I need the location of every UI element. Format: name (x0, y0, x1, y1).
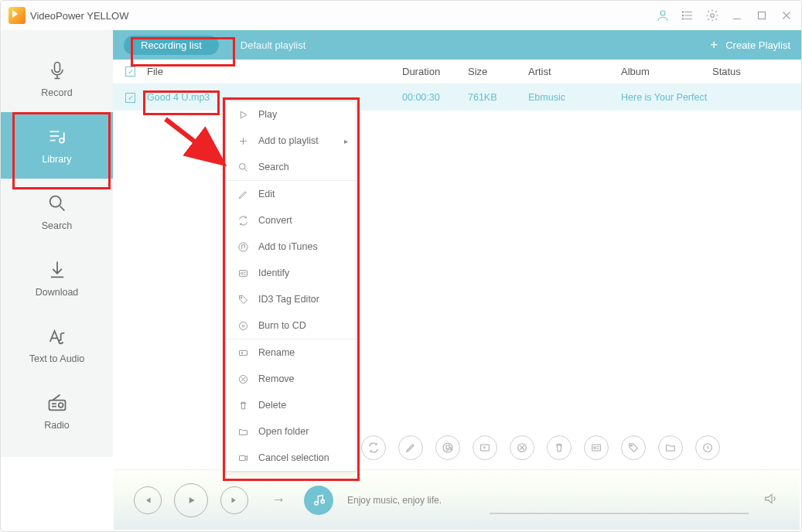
row-checkbox[interactable]: ✓ (125, 93, 135, 103)
menu-label: Edit (258, 189, 275, 200)
search-icon (237, 161, 249, 173)
cell-album: Here is Your Perfect (621, 92, 712, 103)
menu-cancel-selection[interactable]: Cancel selection (226, 445, 356, 471)
menu-add-to-itunes[interactable]: Add to iTunes (226, 234, 356, 260)
menu-add-to-playlist[interactable]: Add to playlist ▸ (226, 128, 356, 154)
convert-icon (237, 214, 249, 227)
menu-label: Rename (258, 347, 295, 358)
svg-point-43 (241, 272, 243, 275)
progress-bar[interactable] (490, 513, 749, 514)
library-icon (46, 126, 68, 148)
tool-delete-icon[interactable] (547, 435, 572, 460)
menu-label: Open folder (258, 426, 309, 437)
svg-point-0 (660, 11, 665, 15)
minimize-button[interactable] (730, 9, 744, 22)
tool-edit-icon[interactable] (398, 435, 423, 460)
account-icon[interactable] (656, 9, 670, 22)
table-row[interactable]: ✓ Good 4 U.mp3 00:00:30 761KB Ebmusic He… (113, 84, 801, 111)
svg-point-7 (711, 14, 715, 18)
sidebar-item-library[interactable]: Library (1, 112, 113, 179)
volume-icon[interactable] (763, 490, 780, 510)
sidebar-item-search[interactable]: Search (1, 179, 113, 245)
sidebar-label: Library (42, 154, 71, 165)
col-file[interactable]: File (147, 66, 402, 77)
delete-icon (237, 399, 249, 411)
col-album[interactable]: Album (621, 66, 712, 77)
create-playlist-label: Create Playlist (725, 39, 790, 51)
menu-label: Cancel selection (258, 452, 329, 463)
remove-icon (237, 373, 249, 385)
sidebar-label: Text to Audio (29, 353, 85, 364)
menu-search[interactable]: Search (226, 154, 356, 180)
submenu-arrow-icon: ▸ (344, 137, 348, 145)
tool-history-icon[interactable] (695, 435, 720, 460)
rename-icon (237, 346, 249, 359)
sidebar-label: Download (36, 287, 79, 298)
now-playing-text: Enjoy music, enjoy life. (347, 495, 442, 506)
sidebar-item-text-to-audio[interactable]: Text to Audio (1, 312, 113, 378)
itunes-icon (237, 240, 249, 253)
playlist-tabs: Recording list Default playlist + Create… (113, 30, 801, 60)
next-button[interactable] (220, 486, 248, 514)
menu-convert[interactable]: Convert (226, 207, 356, 234)
now-playing-icon[interactable] (304, 486, 333, 515)
maximize-button[interactable] (755, 9, 769, 22)
svg-point-39 (239, 163, 245, 169)
svg-point-4 (682, 12, 684, 13)
menu-remove[interactable]: Remove (226, 366, 356, 392)
list-icon[interactable] (681, 9, 694, 22)
menu-edit[interactable]: Edit (226, 181, 356, 207)
menu-open-folder[interactable]: Open folder (226, 418, 356, 445)
col-status[interactable]: Status (712, 66, 741, 77)
prev-button[interactable] (134, 486, 162, 514)
tool-tag-icon[interactable] (621, 435, 646, 460)
app-logo-icon (9, 7, 26, 24)
plus-icon (237, 135, 249, 147)
text-to-audio-icon (46, 326, 68, 347)
svg-point-33 (630, 445, 632, 446)
cell-size: 761KB (468, 92, 528, 103)
settings-icon[interactable] (705, 9, 719, 22)
col-size[interactable]: Size (468, 66, 528, 77)
menu-delete[interactable]: Delete (226, 392, 356, 418)
play-button[interactable] (174, 483, 208, 517)
menu-label: Convert (258, 215, 292, 226)
tool-remove-icon[interactable] (510, 435, 534, 460)
sidebar-item-record[interactable]: Record (1, 46, 113, 112)
menu-label: Add to iTunes (258, 241, 318, 252)
tool-convert-icon[interactable] (361, 435, 386, 460)
tool-folder-icon[interactable] (658, 435, 683, 460)
titlebar: VideoPower YELLOW (1, 1, 801, 30)
close-button[interactable] (780, 9, 793, 22)
svg-point-30 (594, 447, 596, 449)
tab-default-playlist[interactable]: Default playlist (241, 39, 306, 51)
tool-rename-icon[interactable] (473, 435, 497, 460)
menu-label: ID3 Tag Editor (258, 294, 319, 305)
svg-line-23 (53, 395, 60, 401)
col-duration[interactable]: Duration (402, 66, 468, 77)
play-icon (237, 108, 249, 121)
identify-icon (237, 267, 249, 279)
sidebar-label: Radio (44, 420, 70, 431)
menu-rename[interactable]: Rename (226, 339, 356, 366)
menu-burn-to-cd[interactable]: Burn to CD (226, 312, 356, 339)
tool-identify-icon[interactable] (584, 435, 609, 460)
svg-rect-53 (239, 455, 245, 460)
create-playlist-button[interactable]: + Create Playlist (710, 37, 790, 53)
sidebar-item-download[interactable]: Download (1, 245, 113, 312)
sidebar-item-radio[interactable]: Radio (1, 378, 113, 445)
col-artist[interactable]: Artist (528, 66, 621, 77)
repeat-mode-icon[interactable]: → (271, 492, 285, 508)
tool-itunes-icon[interactable] (435, 435, 460, 460)
menu-label: Search (258, 162, 289, 172)
tag-icon (237, 293, 249, 305)
svg-point-47 (239, 322, 247, 329)
menu-identify[interactable]: Identify (226, 260, 356, 286)
search-icon (46, 193, 68, 214)
select-all-checkbox[interactable]: ✓ (125, 66, 135, 77)
menu-label: Burn to CD (258, 320, 306, 331)
menu-id3-tag-editor[interactable]: ID3 Tag Editor (226, 286, 356, 312)
svg-point-20 (58, 403, 63, 408)
tab-recording-list[interactable]: Recording list (124, 36, 219, 55)
menu-play[interactable]: Play (226, 101, 356, 128)
